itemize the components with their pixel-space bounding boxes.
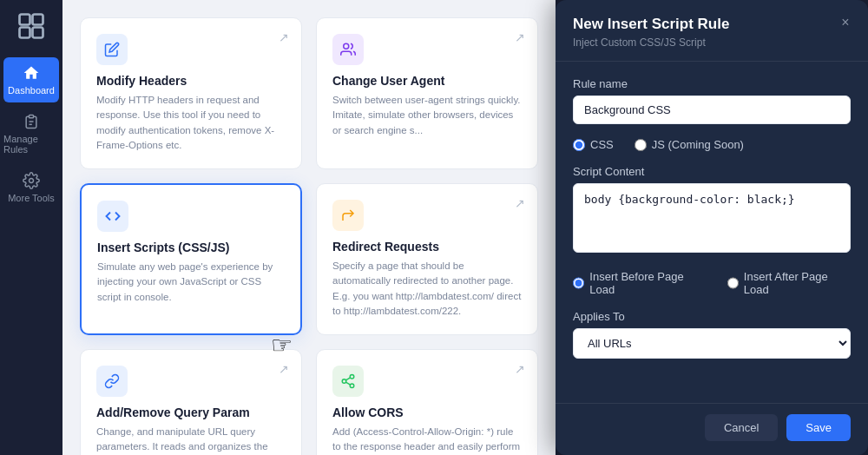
rule-name-input[interactable] xyxy=(573,96,851,124)
card-insert-scripts[interactable]: Insert Scripts (CSS/JS) Simulate any web… xyxy=(80,183,302,335)
card-add-remove-query[interactable]: ↗ Add/Remove Query Param Change, and man… xyxy=(80,349,302,455)
card-description: Modify HTTP headers in request and respo… xyxy=(96,93,286,153)
close-button[interactable]: × xyxy=(835,12,856,33)
insert-before-label[interactable]: Insert Before Page Load xyxy=(573,270,707,296)
sidebar-item-label: Dashboard xyxy=(8,85,55,96)
sidebar-item-more-tools[interactable]: More Tools xyxy=(0,165,62,210)
insert-timing-group: Insert Before Page Load Insert After Pag… xyxy=(573,270,851,296)
card-arrow-icon: ↗ xyxy=(279,30,289,44)
home-icon xyxy=(23,64,40,82)
cancel-button[interactable]: Cancel xyxy=(705,414,778,441)
js-radio[interactable] xyxy=(635,139,647,151)
share-icon xyxy=(332,366,364,397)
sidebar-item-label: Manage Rules xyxy=(3,134,59,155)
applies-to-select[interactable]: All URLs Specific URLs URL Contains URL … xyxy=(573,328,851,359)
insert-after-text: Insert After Page Load xyxy=(744,270,851,296)
css-radio-label[interactable]: CSS xyxy=(573,138,614,151)
sidebar-item-label: More Tools xyxy=(8,193,55,203)
code-icon xyxy=(97,201,128,232)
panel-footer: Cancel Save xyxy=(556,403,868,455)
insert-timing-radio-group: Insert Before Page Load Insert After Pag… xyxy=(573,270,851,296)
pencil-icon xyxy=(96,34,128,65)
users-icon xyxy=(332,34,364,65)
card-title: Redirect Requests xyxy=(332,240,522,254)
card-description: Switch between user-agent strings quickl… xyxy=(332,93,522,138)
svg-rect-3 xyxy=(33,28,43,38)
insert-before-radio[interactable] xyxy=(573,277,584,289)
card-title: Modify Headers xyxy=(96,74,286,88)
svg-point-11 xyxy=(350,384,354,388)
script-type-group: CSS JS (Coming Soon) xyxy=(573,138,851,151)
js-radio-text: JS (Coming Soon) xyxy=(652,138,744,151)
svg-rect-4 xyxy=(30,115,34,118)
sidebar-item-dashboard[interactable]: Dashboard xyxy=(3,57,59,102)
card-modify-headers[interactable]: ↗ Modify Headers Modify HTTP headers in … xyxy=(80,17,302,169)
cards-grid: ↗ Modify Headers Modify HTTP headers in … xyxy=(80,17,538,455)
card-arrow-icon: ↗ xyxy=(515,362,525,376)
card-description: Change, and manipulate URL query paramet… xyxy=(96,425,286,455)
css-radio-text: CSS xyxy=(590,138,614,151)
sidebar-item-manage-rules[interactable]: Manage Rules xyxy=(0,106,62,162)
js-radio-label[interactable]: JS (Coming Soon) xyxy=(635,138,744,151)
card-arrow-icon: ↗ xyxy=(279,362,289,376)
redirect-icon xyxy=(332,200,364,231)
svg-rect-1 xyxy=(33,15,43,25)
svg-line-13 xyxy=(345,378,350,380)
card-title: Change User Agent xyxy=(332,74,522,88)
svg-point-7 xyxy=(30,179,34,183)
svg-point-10 xyxy=(342,379,346,384)
link-icon xyxy=(96,366,128,397)
app-logo xyxy=(16,10,47,42)
script-content-textarea[interactable]: body {background-color: black;} xyxy=(573,183,851,253)
tools-icon xyxy=(23,172,40,189)
applies-to-label: Applies To xyxy=(573,310,851,323)
rules-icon xyxy=(23,113,40,130)
card-title: Allow CORS xyxy=(332,406,522,419)
main-content: ↗ Modify Headers Modify HTTP headers in … xyxy=(62,0,556,455)
card-arrow-icon: ↗ xyxy=(515,30,525,44)
script-type-radio-group: CSS JS (Coming Soon) xyxy=(573,138,851,151)
svg-rect-0 xyxy=(20,15,30,25)
panel-title: New Insert Script Rule xyxy=(573,16,851,33)
svg-line-12 xyxy=(345,382,350,385)
card-title: Add/Remove Query Param xyxy=(96,406,286,419)
card-arrow-icon: ↗ xyxy=(515,196,525,210)
insert-after-label[interactable]: Insert After Page Load xyxy=(727,270,851,296)
svg-point-8 xyxy=(344,43,349,49)
card-change-user-agent[interactable]: ↗ Change User Agent Switch between user-… xyxy=(316,17,538,169)
card-redirect-requests[interactable]: ↗ Redirect Requests Specify a page that … xyxy=(316,183,538,335)
sidebar: Dashboard Manage Rules More Tools xyxy=(0,0,62,455)
svg-rect-2 xyxy=(20,28,30,38)
script-content-group: Script Content body {background-color: b… xyxy=(573,165,851,256)
rule-name-group: Rule name xyxy=(573,77,851,124)
script-content-label: Script Content xyxy=(573,165,851,178)
card-allow-cors[interactable]: ↗ Allow CORS Add (Access-Control-Allow-O… xyxy=(316,349,538,455)
card-description: Simulate any web page's experience by in… xyxy=(97,260,285,305)
insert-after-radio[interactable] xyxy=(727,277,739,289)
card-description: Add (Access-Control-Allow-Origin: *) rul… xyxy=(332,425,522,455)
rule-name-label: Rule name xyxy=(573,77,851,90)
svg-point-9 xyxy=(350,375,354,379)
card-description: Specify a page that should be automatica… xyxy=(332,259,522,319)
insert-script-panel: New Insert Script Rule Inject Custom CSS… xyxy=(556,0,868,455)
css-radio[interactable] xyxy=(573,139,585,151)
panel-subtitle: Inject Custom CSS/JS Script xyxy=(573,36,851,49)
insert-before-text: Insert Before Page Load xyxy=(589,270,706,296)
panel-header: New Insert Script Rule Inject Custom CSS… xyxy=(556,0,868,62)
applies-to-group: Applies To All URLs Specific URLs URL Co… xyxy=(573,310,851,359)
card-title: Insert Scripts (CSS/JS) xyxy=(97,241,285,254)
panel-body: Rule name CSS JS (Coming Soon) Script Co… xyxy=(556,62,868,403)
save-button[interactable]: Save xyxy=(786,414,851,441)
